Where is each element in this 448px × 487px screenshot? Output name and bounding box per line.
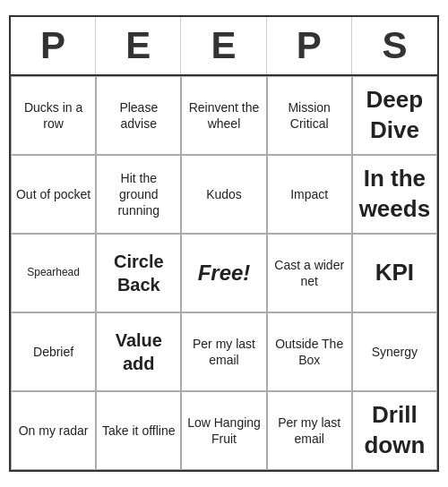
bingo-cell[interactable]: Ducks in a row [11,76,96,155]
bingo-header: PEEPS [11,17,437,76]
header-letter: P [11,17,96,74]
bingo-cell[interactable]: Drill down [352,391,437,470]
bingo-cell[interactable]: Reinvent the wheel [181,76,266,155]
header-letter: E [181,17,266,74]
bingo-cell[interactable]: Please advise [96,76,181,155]
bingo-cell[interactable]: On my radar [11,391,96,470]
bingo-cell[interactable]: Take it offline [96,391,181,470]
bingo-cell[interactable]: Value add [96,312,181,391]
bingo-cell[interactable]: Per my last email [267,391,352,470]
bingo-cell[interactable]: Out of pocket [11,155,96,234]
bingo-card: PEEPS Ducks in a rowPlease adviseReinven… [9,15,439,472]
bingo-cell[interactable]: Cast a wider net [267,234,352,312]
bingo-cell[interactable]: Free! [181,234,266,312]
header-letter: E [96,17,181,74]
bingo-cell[interactable]: Circle Back [96,234,181,312]
bingo-cell[interactable]: Spearhead [11,234,96,312]
bingo-cell[interactable]: In the weeds [352,155,437,234]
bingo-cell[interactable]: Kudos [181,155,266,234]
bingo-cell[interactable]: Debrief [11,312,96,391]
bingo-cell[interactable]: Synergy [352,312,437,391]
header-letter: P [267,17,352,74]
bingo-cell[interactable]: KPI [352,234,437,312]
bingo-cell[interactable]: Impact [267,155,352,234]
bingo-cell[interactable]: Deep Dive [352,76,437,155]
bingo-cell[interactable]: Mission Critical [267,76,352,155]
bingo-cell[interactable]: Per my last email [181,312,266,391]
header-letter: S [352,17,437,74]
bingo-cell[interactable]: Outside The Box [267,312,352,391]
bingo-cell[interactable]: Hit the ground running [96,155,181,234]
bingo-cell[interactable]: Low Hanging Fruit [181,391,266,470]
bingo-grid: Ducks in a rowPlease adviseReinvent the … [11,76,437,470]
